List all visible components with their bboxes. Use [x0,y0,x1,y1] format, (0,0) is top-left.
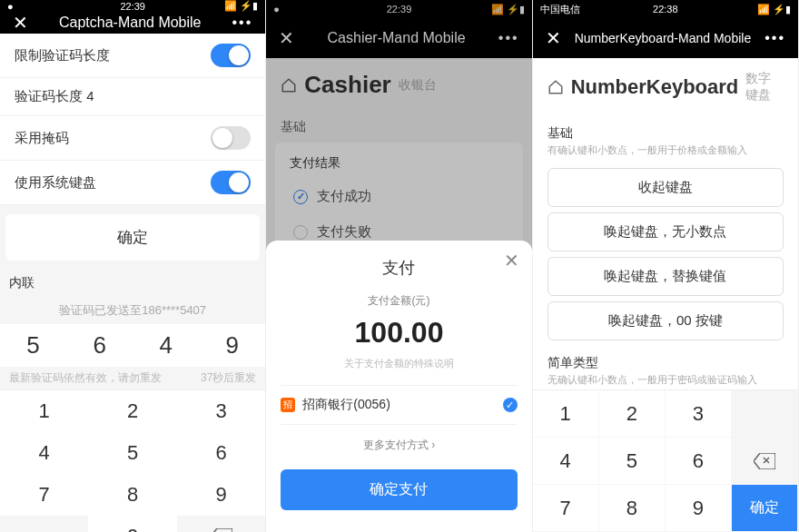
amount-note: 关于支付金额的特殊说明 [281,357,517,370]
key-blank [0,516,88,532]
status-bar: 中国电信 22:38 📶 ⚡▮ [533,0,798,18]
sheet-close-icon[interactable]: ✕ [504,250,519,271]
page-title: NumberKeyboard-Mand Mobile [561,31,765,45]
more-icon[interactable]: ••• [764,30,785,46]
key-1[interactable]: 1 [533,390,599,438]
status-time: 22:39 [120,1,145,12]
backspace-icon[interactable] [732,438,798,485]
btn-collapse[interactable]: 收起键盘 [547,168,784,207]
key-7[interactable]: 7 [533,485,599,532]
close-icon[interactable]: ✕ [13,12,28,34]
row-system-keyboard: 使用系统键盘 [0,161,265,205]
switch-limit[interactable] [211,44,251,67]
amount-value: 100.00 [281,316,517,350]
key-side-blank [732,390,798,438]
switch-mask[interactable] [211,126,251,150]
key-1[interactable]: 1 [0,390,88,432]
category-basic: 基础 [533,116,798,143]
more-icon[interactable]: ••• [232,15,253,31]
code-digit: 4 [159,331,172,360]
row-code-length[interactable]: 验证码长度 4 [0,78,265,116]
amount-label: 支付金额(元) [281,293,517,309]
breadcrumb-sub: 数字键盘 [745,71,784,103]
label: 使用系统键盘 [15,174,96,192]
code-digit: 5 [26,331,39,360]
bank-icon: 招 [281,398,295,412]
close-icon[interactable]: ✕ [546,27,561,49]
sent-hint: 验证码已发送至186****5407 [0,297,265,324]
home-icon[interactable] [547,79,564,95]
pay-method-row[interactable]: 招 招商银行(0056) ✓ [281,385,517,425]
label: 限制验证码长度 [15,47,110,64]
key-8[interactable]: 8 [88,474,176,516]
sheet-title: 支付 [281,257,517,279]
key-7[interactable]: 7 [0,474,88,516]
confirm-button[interactable]: 确定 [5,214,260,261]
key-5[interactable]: 5 [599,438,666,485]
breadcrumb-title: NumberKeyboard [571,75,739,99]
row-limit-length: 限制验证码长度 [0,34,265,78]
key-6[interactable]: 6 [666,438,732,485]
resend-hint-left: 最新验证码依然有效，请勿重发 [9,370,162,386]
label: 验证码长度 4 [15,88,94,105]
category-simple: 简单类型 [533,346,798,373]
status-bar: ● 22:39 📶 ⚡▮ [0,0,265,12]
key-3[interactable]: 3 [177,390,265,432]
code-digit: 9 [226,331,239,360]
row-mask: 采用掩码 [0,116,265,161]
btn-replace[interactable]: 唤起键盘，替换键值 [547,257,784,296]
more-pay-methods[interactable]: 更多支付方式 › [281,432,517,458]
resend-countdown: 37秒后重发 [201,370,256,386]
key-0[interactable]: 0 [88,516,176,532]
bank-label: 招商银行(0056) [302,397,390,413]
backspace-icon[interactable] [177,516,265,532]
status-left: ● [7,1,14,12]
key-4[interactable]: 4 [533,438,599,485]
btn-no-decimal[interactable]: 唤起键盘，无小数点 [547,212,784,251]
numeric-keyboard: 1 2 3 4 5 6 7 8 9 0 [0,389,265,532]
category-basic-sub: 有确认键和小数点，一般用于价格或金额输入 [533,143,798,163]
key-5[interactable]: 5 [88,432,176,474]
key-9[interactable]: 9 [177,474,265,516]
numeric-keyboard: 1 2 3 4 5 6 7 8 9 确定 [533,389,798,532]
status-time: 22:38 [653,4,678,15]
btn-00[interactable]: 唤起键盘，00 按键 [547,301,784,340]
key-2[interactable]: 2 [599,390,666,438]
label: 采用掩码 [15,130,69,147]
status-icons: 📶 ⚡▮ [224,0,258,12]
key-3[interactable]: 3 [666,390,732,438]
key-8[interactable]: 8 [599,485,666,532]
check-icon: ✓ [503,398,518,412]
status-carrier: 中国电信 [540,3,580,16]
status-icons: 📶 ⚡▮ [757,4,791,15]
key-6[interactable]: 6 [177,432,265,474]
switch-sys[interactable] [211,171,251,194]
key-2[interactable]: 2 [88,390,176,432]
confirm-key[interactable]: 确定 [732,485,798,532]
confirm-pay-button[interactable]: 确定支付 [281,469,517,510]
pay-sheet: ✕ 支付 支付金额(元) 100.00 关于支付金额的特殊说明 招 招商银行(0… [266,241,531,532]
section-inline: 内联 [0,270,265,297]
page-title: Captcha-Mand Mobile [28,15,232,31]
code-digit: 6 [93,331,105,360]
key-4[interactable]: 4 [0,432,88,474]
key-9[interactable]: 9 [666,485,732,532]
